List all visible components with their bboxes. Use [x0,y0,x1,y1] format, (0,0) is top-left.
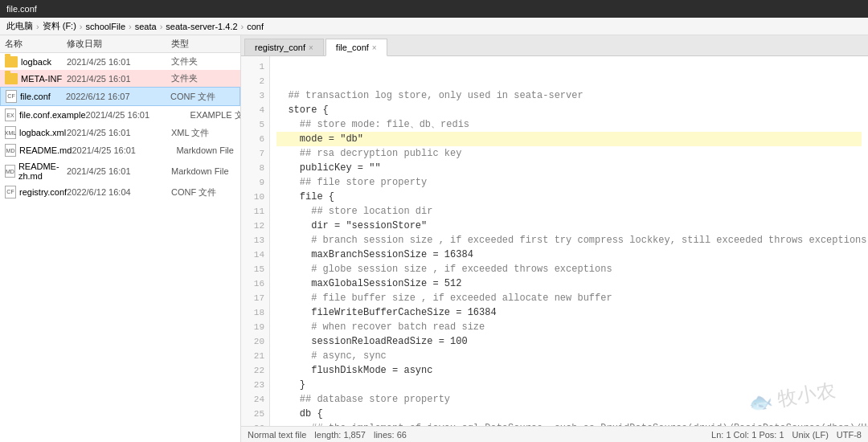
file-date: 2022/6/12 16:04 [67,187,171,197]
line-number: 6 [241,132,269,146]
list-item[interactable]: CF file.conf 2022/6/12 16:07 CONF 文件 [0,87,240,106]
encoding-status: UTF-8 [837,430,862,440]
file-label: registry.conf [19,187,67,197]
line-number: 11 [241,204,269,219]
folder-icon [5,73,18,84]
file-list: logback 2021/4/25 16:01 文件夹 META-INF 202… [0,53,240,442]
breadcrumb-sep: › [160,22,163,31]
status-right: Ln: 1 Col: 1 Pos: 1 Unix (LF) UTF-8 [711,430,862,440]
breadcrumb-part[interactable]: conf [247,22,264,31]
code-line: ## store mode: file、db、redis [276,117,862,132]
code-line: maxGlobalSessionSize = 512 [276,276,862,291]
breadcrumb-part[interactable]: 此电脑 [6,20,33,32]
md-file-icon: MD [5,165,15,178]
code-line: # when recover batch read size [276,320,862,334]
code-line: db { [276,407,862,421]
file-list-header: 名称 修改日期 类型 [0,35,240,53]
breadcrumb-part[interactable]: 资料 (F:) [43,20,76,32]
line-number: 19 [241,320,269,334]
col-type: 类型 [171,38,235,50]
file-label: META-INF [21,74,62,84]
file-type: CONF 文件 [171,186,235,198]
list-item[interactable]: MD README-zh.md 2021/4/25 16:01 Markdown… [0,159,240,183]
code-line: ## file store property [276,175,862,190]
editor-tab[interactable]: registry_conf× [244,39,324,55]
line-number: 13 [241,233,269,248]
line-number: 9 [241,175,269,190]
code-line: ## rsa decryption public key [276,146,862,161]
file-date: 2021/4/25 16:01 [67,57,171,67]
list-item[interactable]: CF registry.conf 2022/6/12 16:04 CONF 文件 [0,183,240,201]
line-number: 10 [241,190,269,204]
list-item[interactable]: logback 2021/4/25 16:01 文件夹 [0,53,240,70]
file-date: 2022/6/12 16:07 [66,92,170,101]
length-status: length: 1,857 [314,430,366,440]
title-bar: file.conf [0,0,868,18]
lines-status: lines: 66 [374,430,407,440]
code-line: sessionReloadReadSize = 100 [276,334,862,349]
code-line: ## database store property [276,392,862,407]
file-date: 2021/4/25 16:01 [72,145,176,155]
file-type: EXAMPLE 文件 [190,109,240,121]
md-file-icon: MD [5,144,16,157]
file-date: 2021/4/25 16:01 [86,110,190,120]
breadcrumb-part[interactable]: seata [135,22,157,31]
file-label: logback [21,57,51,67]
file-name: EX file.conf.example [5,108,86,121]
line-number: 7 [241,146,269,161]
file-name: MD README.md [5,144,72,157]
line-number: 12 [241,219,269,233]
example-file-icon: EX [5,108,16,121]
editor-panel: registry_conf×file_conf× 123456789101112… [241,35,868,442]
breadcrumb-sep: › [241,22,244,31]
line-number: 15 [241,262,269,276]
file-name: logback [5,56,67,68]
code-line: mode = "db" [276,132,862,146]
code-line: # globe session size , if exceeded throw… [276,262,862,276]
file-label: file.conf.example [19,110,86,120]
code-line: # async, sync [276,349,862,363]
tab-close-icon[interactable]: × [372,43,377,52]
content-area: 名称 修改日期 类型 logback 2021/4/25 16:01 文件夹 M… [0,35,868,442]
code-content[interactable]: ## transaction log store, only used in s… [270,56,868,426]
code-line: dir = "sessionStore" [276,219,862,233]
tab-close-icon[interactable]: × [309,43,313,52]
status-left: Normal text file length: 1,857 lines: 66 [248,430,407,440]
line-number: 3 [241,88,269,103]
list-item[interactable]: MD README.md 2021/4/25 16:01 Markdown Fi… [0,141,240,159]
breadcrumb-part[interactable]: schoolFile [86,22,126,31]
folder-icon [5,56,18,68]
file-date: 2021/4/25 16:01 [67,128,171,137]
file-type: Markdown File [176,145,240,155]
breadcrumb-part[interactable]: seata-server-1.4.2 [166,22,237,31]
file-name: META-INF [5,73,67,84]
list-item[interactable]: EX file.conf.example 2021/4/25 16:01 EXA… [0,106,240,124]
breadcrumb-sep: › [36,22,39,31]
list-item[interactable]: XML logback.xml 2021/4/25 16:01 XML 文件 [0,124,240,141]
file-type: Markdown File [171,166,235,176]
breadcrumb: 此电脑 › 资料 (F:) › schoolFile › seata › sea… [0,18,868,35]
line-number: 2 [241,74,269,88]
conf-file-icon: CF [5,186,16,198]
code-line: # branch session size , if exceeded firs… [276,233,862,248]
line-number: 20 [241,334,269,349]
status-bar: Normal text file length: 1,857 lines: 66… [241,426,868,442]
file-date: 2021/4/25 16:01 [67,74,171,84]
file-type: 文件夹 [171,55,235,68]
tab-label: registry_conf [255,43,305,52]
list-item[interactable]: META-INF 2021/4/25 16:01 文件夹 [0,70,240,87]
tab-bar: registry_conf×file_conf× [241,35,868,56]
editor-tab[interactable]: file_conf× [326,39,387,56]
file-name: XML logback.xml [5,126,67,139]
file-label: README-zh.md [18,162,67,181]
code-line: file { [276,190,862,204]
file-type: XML 文件 [171,127,235,139]
line-number: 24 [241,392,269,407]
line-number: 22 [241,363,269,378]
line-number: 21 [241,349,269,363]
code-line: # file buffer size , if exceeded allocat… [276,291,862,305]
code-line: ## store location dir [276,204,862,219]
cursor-status: Ln: 1 Col: 1 Pos: 1 [711,430,784,440]
line-number: 5 [241,117,269,132]
code-line: publicKey = "" [276,161,862,175]
